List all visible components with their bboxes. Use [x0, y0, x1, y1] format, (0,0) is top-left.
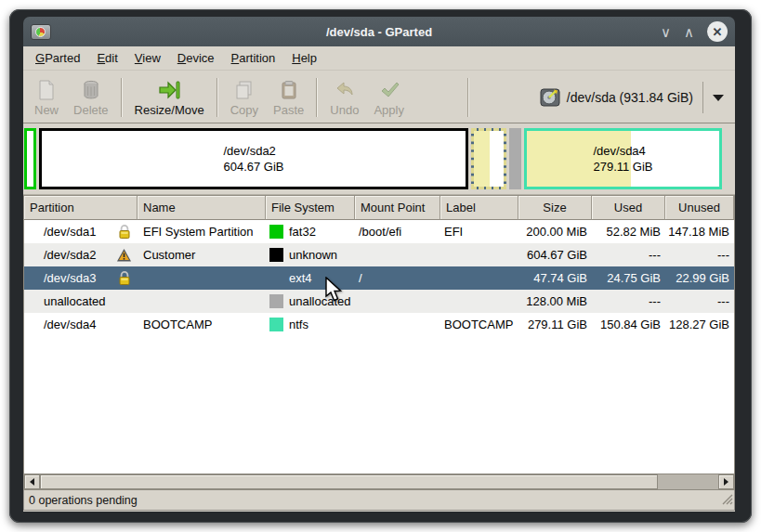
name-cell	[138, 290, 266, 313]
partition-segment[interactable]: /dev/sda4279.11 GiB	[524, 128, 722, 189]
mouse-cursor	[324, 277, 345, 303]
delete-partition-icon	[79, 78, 103, 102]
unused-cell: 147.18 MiB	[665, 220, 734, 243]
menu-help[interactable]: Help	[283, 48, 325, 68]
toolbar: New Delete Resize/Move Copy	[23, 71, 735, 123]
scroll-left-icon[interactable]	[24, 474, 40, 489]
table-row[interactable]: unallocated unallocated 128.00 MiB --- -…	[24, 290, 734, 313]
table-row[interactable]: /dev/sda3 ext4 / 47.74 GiB 24.75 GiB 22.…	[24, 266, 734, 290]
column-header-filesystem[interactable]: File System	[266, 196, 355, 220]
table-row[interactable]: /dev/sda1 EFI System Partition fat32 /bo…	[24, 220, 734, 243]
partition-cell: unallocated	[24, 290, 138, 313]
device-selector[interactable]: /dev/sda (931.84 GiB)	[530, 72, 733, 123]
undo-icon	[333, 78, 357, 102]
partition-segment[interactable]	[509, 128, 521, 189]
partition-segment[interactable]	[471, 128, 506, 189]
warning-icon	[116, 248, 132, 263]
apply-button[interactable]: Apply	[366, 72, 412, 123]
filesystem-color-swatch	[269, 248, 283, 262]
scrollbar-thumb[interactable]	[40, 474, 658, 489]
column-header-name[interactable]: Name	[138, 196, 266, 220]
column-header-label[interactable]: Label	[440, 196, 518, 220]
label-cell: EFI	[440, 220, 518, 243]
mountpoint-cell	[355, 290, 440, 313]
scroll-right-icon[interactable]	[718, 474, 734, 489]
partition-visual-bar: /dev/sda2604.67 GiB /dev/sda4279.11 GiB	[23, 123, 735, 195]
partition-cell: /dev/sda2	[24, 243, 138, 266]
titlebar[interactable]: /dev/sda - GParted ∨ ∧ ✕	[23, 17, 735, 46]
column-header-size[interactable]: Size	[518, 196, 592, 220]
device-selector-value: /dev/sda (931.84 GiB)	[567, 90, 693, 105]
menu-view[interactable]: View	[126, 48, 169, 68]
new-partition-icon	[34, 78, 59, 102]
partition-segment[interactable]: /dev/sda2604.67 GiB	[39, 128, 468, 189]
filesystem-color-swatch	[269, 318, 283, 331]
column-header-used[interactable]: Used	[592, 196, 665, 220]
unused-cell: 128.27 GiB	[665, 313, 734, 336]
unused-cell: ---	[665, 243, 734, 266]
mountpoint-cell: /	[355, 266, 440, 290]
used-cell: ---	[592, 243, 665, 266]
close-icon[interactable]: ✕	[707, 21, 728, 42]
used-cell: 24.75 GiB	[592, 266, 665, 290]
undo-button[interactable]: Undo	[322, 72, 366, 123]
mountpoint-cell	[355, 313, 440, 336]
lock-icon	[117, 224, 132, 240]
name-cell	[138, 266, 266, 290]
mountpoint-cell: /boot/efi	[355, 220, 440, 243]
menu-device[interactable]: Device	[169, 48, 223, 68]
segment-label: /dev/sda4279.11 GiB	[527, 131, 719, 187]
column-header-partition[interactable]: Partition	[24, 196, 138, 220]
table-empty-area	[24, 336, 734, 474]
maximize-icon[interactable]: ∧	[684, 25, 694, 39]
unused-cell: ---	[665, 290, 734, 313]
window-content: GParted Edit View Device Partition Help …	[23, 46, 735, 512]
partition-table: Partition Name File System Mount Point L…	[23, 195, 735, 474]
combo-divider	[702, 82, 703, 113]
column-header-mountpoint[interactable]: Mount Point	[355, 196, 440, 220]
statusbar: 0 operations pending	[23, 490, 735, 511]
lock-icon	[117, 270, 132, 286]
paste-button[interactable]: Paste	[266, 72, 311, 123]
minimize-icon[interactable]: ∨	[661, 25, 671, 39]
new-button[interactable]: New	[27, 72, 66, 123]
copy-button[interactable]: Copy	[223, 72, 266, 123]
filesystem-cell: unknown	[266, 243, 355, 266]
partition-cell: /dev/sda3	[24, 266, 138, 290]
name-cell: BOOTCAMP	[138, 313, 266, 336]
menu-gparted[interactable]: GParted	[27, 48, 88, 68]
resize-move-button[interactable]: Resize/Move	[127, 72, 212, 123]
resize-move-icon	[157, 78, 181, 102]
paste-icon	[277, 78, 301, 102]
delete-button[interactable]: Delete	[66, 72, 116, 123]
table-row[interactable]: /dev/sda2 Customer unknown 604.67 GiB --…	[24, 243, 734, 266]
hard-disk-icon	[539, 86, 561, 109]
table-header: Partition Name File System Mount Point L…	[24, 196, 734, 220]
partition-cell: /dev/sda4	[24, 313, 138, 336]
label-cell	[440, 290, 518, 313]
menubar: GParted Edit View Device Partition Help	[23, 46, 735, 71]
column-header-unused[interactable]: Unused	[665, 196, 734, 220]
table-row[interactable]: /dev/sda4 BOOTCAMP ntfs BOOTCAMP 279.11 …	[24, 313, 734, 336]
size-cell: 200.00 MiB	[518, 220, 592, 243]
chevron-down-icon[interactable]	[713, 95, 724, 101]
size-cell: 279.11 GiB	[518, 313, 592, 336]
name-cell: Customer	[138, 243, 266, 266]
menu-edit[interactable]: Edit	[88, 48, 125, 68]
toolbar-separator	[316, 78, 318, 117]
scrollbar-trough[interactable]	[658, 474, 718, 489]
menu-partition[interactable]: Partition	[223, 48, 284, 68]
toolbar-separator	[467, 78, 469, 117]
partition-segment[interactable]	[24, 128, 36, 189]
label-cell	[440, 243, 518, 266]
filesystem-color-swatch	[269, 294, 283, 308]
used-cell: 52.82 MiB	[592, 220, 665, 243]
resize-grip[interactable]	[720, 492, 733, 509]
size-cell: 128.00 MiB	[518, 290, 592, 313]
gparted-window: /dev/sda - GParted ∨ ∧ ✕ GParted Edit Vi…	[9, 9, 752, 523]
filesystem-cell: fat32	[266, 220, 355, 243]
size-cell: 47.74 GiB	[518, 266, 592, 290]
pending-operations-text: 0 operations pending	[24, 494, 138, 507]
horizontal-scrollbar[interactable]	[23, 474, 735, 490]
segment-label: /dev/sda2604.67 GiB	[42, 131, 466, 187]
